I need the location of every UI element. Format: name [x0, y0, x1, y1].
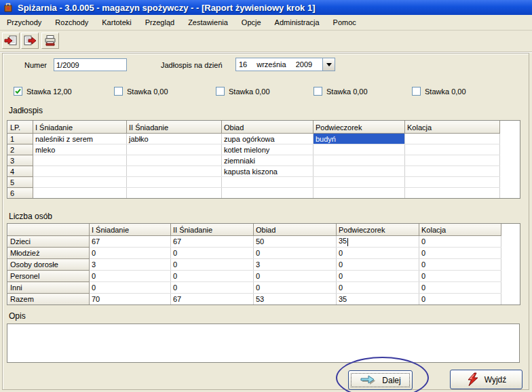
menu-przeglad[interactable]: Przegląd	[138, 16, 181, 28]
grid-cell[interactable]: naleśniki z serem	[33, 134, 127, 144]
column-header: II Śniadanie	[127, 121, 222, 134]
grid-cell[interactable]: 0	[90, 282, 171, 294]
row-label: Razem	[8, 294, 90, 305]
column-header: Podwieczorek	[314, 121, 405, 134]
grid-cell[interactable]	[405, 134, 500, 144]
jadlospis-section-label: Jadłospis	[9, 106, 43, 115]
grid-cell[interactable]: 50	[254, 236, 337, 248]
grid-cell[interactable]	[127, 144, 222, 155]
grid-cell[interactable]: zupa ogórkowa	[222, 134, 314, 144]
grid-cell[interactable]	[314, 166, 405, 177]
grid-cell[interactable]: 0	[171, 259, 254, 271]
grid-cell[interactable]: 67	[90, 236, 171, 248]
table-row-razem: Razem 70 67 53 35 0	[8, 294, 501, 305]
numer-label: Numer	[24, 61, 47, 69]
checkbox-unchecked-icon[interactable]	[216, 87, 225, 96]
table-row: Młodzież 0 0 0 0 0	[8, 248, 501, 259]
grid-cell[interactable]: kapusta kiszona	[222, 166, 314, 177]
grid-cell[interactable]: 3	[254, 259, 337, 271]
grid-cell[interactable]: ziemniaki	[222, 155, 314, 166]
menu-zestawienia[interactable]: Zestawienia	[181, 16, 235, 28]
checkbox-unchecked-icon[interactable]	[314, 87, 322, 96]
grid-cell[interactable]: 0	[337, 248, 419, 259]
document-arrow-in-icon	[4, 35, 18, 47]
table-row: 5	[8, 177, 500, 188]
grid-cell[interactable]: 3	[90, 259, 171, 271]
grid-cell[interactable]: kotlet mielony	[222, 144, 314, 155]
grid-cell[interactable]: 0	[419, 248, 501, 259]
grid-cell[interactable]: 67	[171, 236, 254, 248]
export-document-button[interactable]	[21, 33, 39, 49]
grid-cell[interactable]: 0	[419, 271, 501, 282]
grid-cell[interactable]: jabłko	[127, 134, 222, 144]
grid-cell[interactable]: 0	[171, 271, 254, 282]
grid-cell[interactable]: 0	[419, 259, 501, 271]
grid-cell[interactable]: 0	[254, 282, 337, 294]
grid-cell[interactable]	[314, 177, 405, 188]
grid-cell-selected[interactable]: budyń	[314, 134, 405, 144]
menu-opcje[interactable]: Opcje	[235, 16, 268, 28]
date-label: Jadłospis na dzień	[161, 61, 223, 69]
grid-cell[interactable]: 0	[419, 236, 501, 248]
grid-cell[interactable]	[33, 155, 127, 166]
menu-przychody[interactable]: Przychody	[0, 16, 48, 28]
grid-cell[interactable]	[405, 177, 500, 188]
grid-cell[interactable]	[314, 155, 405, 166]
grid-cell[interactable]	[222, 177, 314, 188]
menu-kartoteki[interactable]: Kartoteki	[95, 16, 138, 28]
menu-administracja[interactable]: Administracja	[268, 16, 326, 28]
grid-cell[interactable]	[33, 177, 127, 188]
grid-cell[interactable]	[33, 188, 127, 199]
grid-cell[interactable]: 0	[171, 248, 254, 259]
dalej-label: Dalej	[382, 376, 400, 385]
opis-textarea[interactable]	[7, 324, 520, 363]
grid-cell[interactable]	[127, 188, 222, 199]
lightning-bolt-icon	[466, 372, 480, 387]
grid-cell[interactable]	[127, 155, 222, 166]
row-label: Młodzież	[8, 248, 90, 259]
grid-cell-editing[interactable]: 35	[337, 236, 419, 248]
grid-cell[interactable]	[405, 144, 500, 155]
dalej-button[interactable]: Dalej	[348, 370, 413, 390]
grid-cell[interactable]: 0	[419, 282, 501, 294]
grid-cell[interactable]	[127, 177, 222, 188]
menu-pomoc[interactable]: Pomoc	[326, 16, 363, 28]
stawka-checkbox-2[interactable]: Stawka 0,00	[114, 87, 168, 96]
stawka-checkbox-4[interactable]: Stawka 0,00	[314, 87, 368, 96]
grid-cell[interactable]	[405, 166, 500, 177]
grid-cell[interactable]	[405, 188, 500, 199]
grid-cell[interactable]: 0	[90, 248, 171, 259]
stawka-label: Stawka 0,00	[229, 87, 270, 96]
date-value: 16 września 2009	[236, 60, 322, 68]
grid-cell[interactable]: 0	[171, 282, 254, 294]
grid-cell[interactable]	[33, 166, 127, 177]
grid-cell[interactable]	[314, 144, 405, 155]
checkbox-checked-icon[interactable]	[14, 87, 22, 96]
date-combobox[interactable]: 16 września 2009	[235, 58, 335, 71]
grid-cell[interactable]	[405, 155, 500, 166]
menu-rozchody[interactable]: Rozchody	[48, 16, 95, 28]
wyjdz-button[interactable]: Wyjdź	[450, 370, 522, 389]
grid-cell[interactable]	[222, 188, 314, 199]
row-number: 2	[8, 144, 33, 155]
grid-cell[interactable]: 0	[337, 271, 419, 282]
numer-input[interactable]: 1/2009	[54, 58, 127, 71]
checkbox-unchecked-icon[interactable]	[412, 87, 421, 96]
import-document-button[interactable]	[2, 33, 20, 49]
grid-cell[interactable]: 0	[337, 282, 419, 294]
grid-cell[interactable]: 0	[254, 248, 337, 259]
printer-icon	[43, 35, 57, 47]
grid-cell[interactable]: 0	[90, 271, 171, 282]
stawka-checkbox-5[interactable]: Stawka 0,00	[412, 87, 466, 96]
print-button[interactable]	[41, 33, 59, 49]
grid-cell[interactable]	[314, 188, 405, 199]
grid-cell[interactable]: 0	[337, 259, 419, 271]
grid-cell[interactable]: 0	[254, 271, 337, 282]
row-number: 4	[8, 166, 33, 177]
grid-cell[interactable]: mleko	[33, 144, 127, 155]
checkbox-unchecked-icon[interactable]	[114, 87, 123, 96]
stawka-checkbox-3[interactable]: Stawka 0,00	[216, 87, 270, 96]
grid-cell[interactable]	[127, 166, 222, 177]
stawka-checkbox-1[interactable]: Stawka 12,00	[14, 87, 72, 96]
date-dropdown-button[interactable]	[322, 58, 335, 71]
